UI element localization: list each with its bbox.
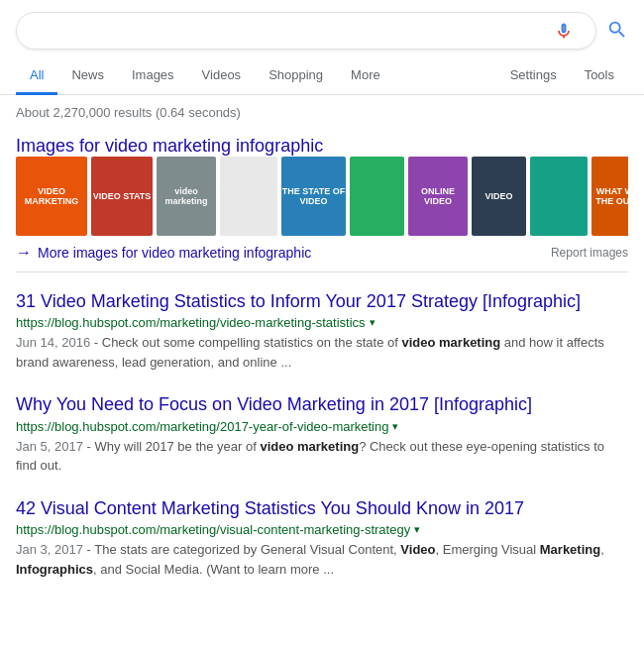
result-date: Jan 5, 2017 — [16, 439, 83, 454]
search-input[interactable]: video marketing infographic — [31, 22, 554, 40]
images-section-heading[interactable]: Images for video marketing infographic — [16, 136, 323, 156]
result-title[interactable]: Why You Need to Focus on Video Marketing… — [16, 393, 628, 416]
image-thumb[interactable]: video marketing — [157, 157, 216, 236]
more-images-link[interactable]: → More images for video marketing infogr… — [16, 244, 311, 262]
image-thumb[interactable]: ONLINE VIDEO — [408, 157, 468, 236]
result-snippet: Jun 14, 2016 - Check out some compelling… — [16, 333, 628, 372]
image-thumb[interactable]: VIDEO MARKETING — [16, 157, 87, 236]
mic-icon[interactable] — [554, 21, 574, 41]
image-thumb[interactable]: THE STATE OF VIDEO — [281, 157, 346, 236]
tab-tools[interactable]: Tools — [571, 57, 628, 95]
report-images-link[interactable]: Report images — [551, 246, 628, 260]
arrow-right-icon: → — [16, 244, 32, 262]
nav-tabs: All News Images Videos Shopping More Set… — [0, 57, 644, 95]
results-info: About 2,270,000 results (0.64 seconds) — [0, 95, 644, 124]
tab-images[interactable]: Images — [118, 57, 188, 95]
result-title[interactable]: 31 Video Marketing Statistics to Inform … — [16, 290, 628, 313]
dropdown-arrow-icon[interactable]: ▾ — [370, 316, 376, 329]
result-item: 42 Visual Content Marketing Statistics Y… — [16, 480, 628, 583]
image-strip: VIDEO MARKETINGVIDEO STATSvideo marketin… — [16, 157, 628, 236]
tab-news[interactable]: News — [57, 57, 118, 95]
search-button[interactable] — [606, 19, 628, 44]
tab-settings[interactable]: Settings — [496, 57, 571, 95]
search-results: 31 Video Marketing Statistics to Inform … — [0, 272, 644, 583]
svg-point-0 — [563, 26, 566, 31]
tab-videos[interactable]: Videos — [188, 57, 256, 95]
result-date: Jan 3, 2017 — [16, 542, 83, 557]
image-thumb[interactable]: VIDEO STATS — [91, 157, 153, 236]
search-input-wrapper: video marketing infographic — [16, 12, 596, 50]
image-thumb[interactable] — [350, 157, 404, 236]
result-url: https://blog.hubspot.com/marketing/video… — [16, 315, 366, 330]
result-url: https://blog.hubspot.com/marketing/2017-… — [16, 419, 388, 434]
image-thumb[interactable]: VIDEO — [472, 157, 526, 236]
more-images-row: → More images for video marketing infogr… — [16, 236, 628, 271]
result-date: Jun 14, 2016 — [16, 335, 90, 350]
more-images-label: More images for video marketing infograp… — [38, 245, 311, 261]
images-section: Images for video marketing infographic V… — [0, 124, 644, 271]
image-thumb[interactable] — [220, 157, 277, 236]
result-url: https://blog.hubspot.com/marketing/visua… — [16, 522, 410, 537]
image-thumb[interactable] — [530, 157, 588, 236]
dropdown-arrow-icon[interactable]: ▾ — [414, 523, 420, 536]
tab-shopping[interactable]: Shopping — [255, 57, 337, 95]
result-snippet: Jan 3, 2017 - The stats are categorized … — [16, 540, 628, 579]
tab-more[interactable]: More — [337, 57, 394, 95]
result-title[interactable]: 42 Visual Content Marketing Statistics Y… — [16, 497, 628, 520]
result-url-row: https://blog.hubspot.com/marketing/video… — [16, 315, 628, 330]
search-bar-container: video marketing infographic — [0, 0, 644, 57]
result-item: 31 Video Marketing Statistics to Inform … — [16, 272, 628, 376]
image-thumb[interactable]: WHAT WILL BE THE OUTCOME — [591, 157, 628, 236]
result-url-row: https://blog.hubspot.com/marketing/2017-… — [16, 419, 628, 434]
tab-all[interactable]: All — [16, 57, 57, 95]
result-item: Why You Need to Focus on Video Marketing… — [16, 376, 628, 479]
result-url-row: https://blog.hubspot.com/marketing/visua… — [16, 522, 628, 537]
dropdown-arrow-icon[interactable]: ▾ — [392, 420, 398, 433]
result-snippet: Jan 5, 2017 - Why will 2017 be the year … — [16, 437, 628, 476]
